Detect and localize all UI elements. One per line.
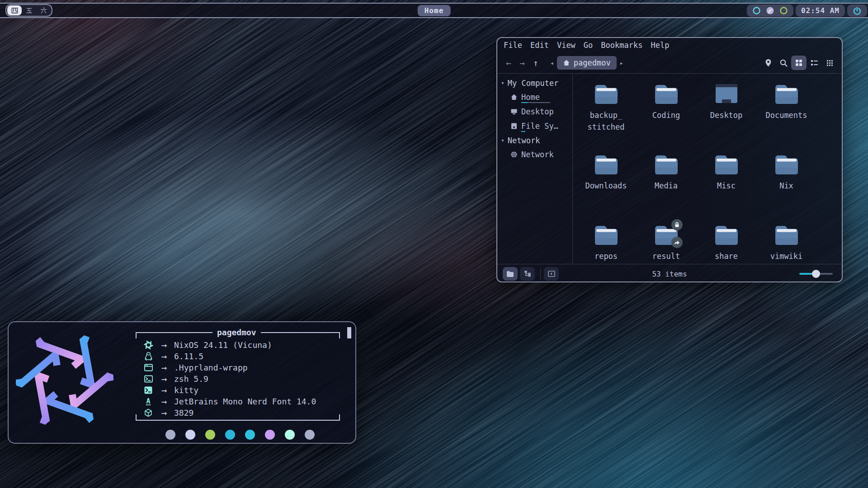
search-icon[interactable] xyxy=(776,56,791,70)
hide-panel-button[interactable] xyxy=(544,267,559,281)
fetch-value: 3829 xyxy=(174,408,193,418)
fetch-row: →zsh 5.9 xyxy=(142,373,316,385)
up-button[interactable]: ↑ xyxy=(529,58,542,68)
emblem-link-icon xyxy=(671,237,683,248)
power-icon[interactable] xyxy=(853,6,862,15)
arrow-icon: → xyxy=(154,362,174,373)
folder-grid: backup_stitchedCodingDesktopDocumentsDow… xyxy=(573,74,842,264)
icon-view-button[interactable] xyxy=(791,56,807,70)
arrow-icon: → xyxy=(154,396,174,407)
sidebar-item-network[interactable]: Network xyxy=(497,147,572,162)
back-button[interactable]: ← xyxy=(502,58,515,68)
folder-Documents[interactable]: Documents xyxy=(756,83,816,153)
folder-icon xyxy=(714,224,739,245)
tree-pane-button[interactable] xyxy=(520,267,535,281)
fetch-value: 6.11.5 xyxy=(174,352,203,361)
sidebar-item-filesy[interactable]: File Sy… xyxy=(497,119,572,133)
location-pin-icon[interactable] xyxy=(760,56,776,70)
menu-file[interactable]: File xyxy=(504,41,522,50)
compact-view-button[interactable] xyxy=(822,56,837,70)
sidebar-item-desktop[interactable]: Desktop xyxy=(497,104,572,119)
breadcrumb-right-chevron-icon[interactable]: ▸ xyxy=(617,60,627,66)
breadcrumb: ◂ pagedmov ▸ xyxy=(547,56,627,70)
forward-button[interactable]: → xyxy=(515,58,529,68)
status-bar: 53 items xyxy=(497,264,842,283)
workspace-hanzi-icon xyxy=(40,7,47,14)
folder-Coding[interactable]: Coding xyxy=(636,83,696,153)
tray-circle-cyan-icon[interactable] xyxy=(752,6,761,15)
fetch-row: →.Hyprland-wrapp xyxy=(142,362,316,373)
folder-icon xyxy=(774,153,799,175)
clock: 02:54 AM xyxy=(801,6,840,15)
folder-icon xyxy=(594,83,618,104)
top-bar: Home 02:54 AM xyxy=(0,3,868,18)
arrow-icon: → xyxy=(154,374,174,385)
workspace-hanzi-icon xyxy=(25,7,33,14)
palette-dot xyxy=(165,430,175,440)
globe-icon xyxy=(510,151,518,158)
folder-icon xyxy=(774,224,799,245)
tray-circle-green-icon[interactable] xyxy=(779,6,788,15)
sidebar-item-label: Network xyxy=(521,150,554,159)
menu-view[interactable]: View xyxy=(557,41,576,50)
terminal-palette xyxy=(165,430,315,440)
shell-icon xyxy=(142,375,154,383)
palette-dot xyxy=(285,430,295,440)
menu-edit[interactable]: Edit xyxy=(530,41,549,50)
fetch-value: zsh 5.9 xyxy=(174,374,208,384)
folder-Media[interactable]: Media xyxy=(636,153,696,224)
sidebar-section-label: Network xyxy=(508,136,540,145)
folder-repos[interactable]: repos xyxy=(576,224,636,294)
folder-label: result xyxy=(652,250,680,262)
workspace-switcher xyxy=(5,4,52,17)
sidebar: ▾My ComputerHomeDesktopFile Sy…▾NetworkN… xyxy=(497,74,573,264)
folder-label: share xyxy=(715,250,738,262)
folder-result[interactable]: result xyxy=(636,224,696,294)
tray-half-circle-icon[interactable] xyxy=(766,6,774,15)
menu-go[interactable]: Go xyxy=(584,41,593,50)
fetch-value: NixOS 24.11 (Vicuna) xyxy=(174,340,272,350)
folder-backup_stitched[interactable]: backup_stitched xyxy=(576,83,636,153)
menu-help[interactable]: Help xyxy=(651,41,669,50)
folder-share[interactable]: share xyxy=(696,224,756,294)
fetch-row: →6.11.5 xyxy=(142,351,316,362)
workspace-button[interactable] xyxy=(7,5,22,15)
workspace-button[interactable] xyxy=(22,5,36,15)
sidebar-section-my-computer[interactable]: ▾My Computer xyxy=(497,76,572,90)
folder-Downloads[interactable]: Downloads xyxy=(576,153,636,224)
terminal-cursor xyxy=(347,327,351,338)
zoom-slider[interactable] xyxy=(799,269,833,278)
breadcrumb-path-tab[interactable]: pagedmov xyxy=(557,56,617,70)
folder-Nix[interactable]: Nix xyxy=(756,153,816,224)
breadcrumb-path-label: pagedmov xyxy=(574,58,611,67)
sidebar-item-label: File Sy… xyxy=(521,122,558,131)
palette-dot xyxy=(305,430,315,440)
fetch-row: →3829 xyxy=(142,407,316,418)
wm-icon xyxy=(142,364,154,371)
palette-dot xyxy=(205,430,215,440)
emblem-lock-icon xyxy=(671,219,683,230)
zoom-slider-thumb[interactable] xyxy=(812,270,820,278)
folder-Desktop[interactable]: Desktop xyxy=(696,83,756,153)
menu-bookmarks[interactable]: Bookmarks xyxy=(601,41,642,50)
sidebar-section-network[interactable]: ▾Network xyxy=(497,133,572,147)
palette-dot xyxy=(265,430,275,440)
menu-bar: FileEditViewGoBookmarksHelp xyxy=(497,38,842,52)
items-count: 53 items xyxy=(652,270,687,278)
arrow-icon: → xyxy=(154,340,174,351)
workspace-button[interactable] xyxy=(36,5,51,15)
terminal-window: pagedmov →NixOS 24.11 (Vicuna)→6.11.5→.H… xyxy=(8,321,356,444)
power-module xyxy=(847,5,867,17)
sidebar-item-home[interactable]: Home xyxy=(497,90,572,104)
nix-icon xyxy=(142,340,154,350)
arrow-icon: → xyxy=(154,385,174,396)
places-pane-button[interactable] xyxy=(503,267,518,281)
list-view-button[interactable] xyxy=(807,56,822,70)
arrow-icon: → xyxy=(154,351,174,362)
folder-Misc[interactable]: Misc xyxy=(696,153,756,224)
folder-vimwiki[interactable]: vimwiki xyxy=(756,224,816,294)
fetch-value: JetBrains Mono Nerd Font 14.0 xyxy=(174,397,316,406)
breadcrumb-left-chevron-icon[interactable]: ◂ xyxy=(547,60,557,66)
desktop-icon xyxy=(510,108,518,115)
palette-dot xyxy=(225,430,235,440)
